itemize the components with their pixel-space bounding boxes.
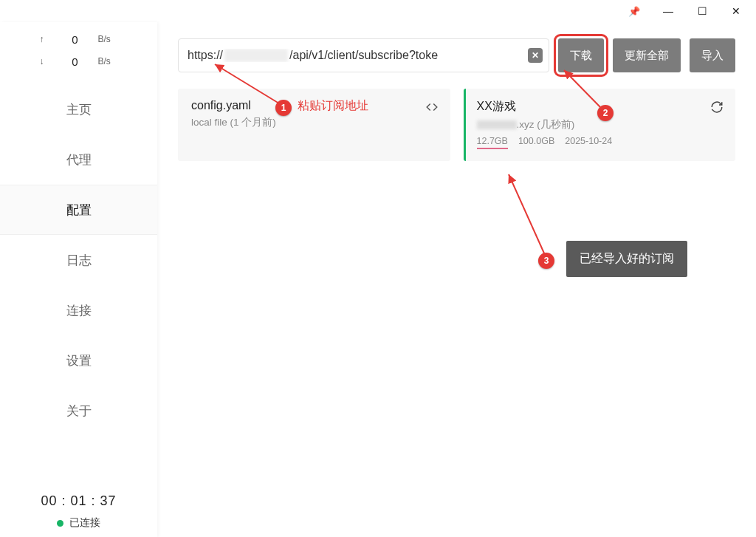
download-speed-value: 0 [57,55,94,68]
speed-panel: ↑ 0 B/s ↓ 0 B/s [0,22,157,75]
pin-icon[interactable]: 📌 [617,0,651,22]
upload-speed-unit: B/s [94,34,131,44]
close-button[interactable]: ✕ [719,0,753,22]
window-titlebar: 📌 — ☐ ✕ [0,0,756,22]
clear-input-icon[interactable]: ✕ [528,48,543,63]
card-subtitle: .xyz (几秒前) [477,118,723,131]
expire-date: 2025-10-24 [565,136,612,149]
card-subtitle: local file (1 个月前) [191,116,437,129]
card-stats: 12.7GB 100.0GB 2025-10-24 [477,136,723,149]
download-speed-unit: B/s [94,56,131,66]
annotation-badge-2: 2 [597,105,614,121]
url-suffix: /api/v1/client/subscribe?toke [289,49,438,61]
sidebar: ↑ 0 B/s ↓ 0 B/s 主页 代理 配置 日志 连接 设置 关于 [0,22,157,537]
annotation-badge-1: 1 [275,100,292,116]
used-traffic: 12.7GB [477,136,508,149]
annotation-arrow-3 [504,170,556,259]
main-panel: https:///api/v1/client/subscribe?toke ✕ … [157,22,756,537]
total-traffic: 100.0GB [518,136,554,149]
nav-home[interactable]: 主页 [0,84,157,134]
code-icon[interactable] [425,100,439,117]
url-masked-host [224,49,288,62]
nav-connections[interactable]: 连接 [0,285,157,335]
nav-list: 主页 代理 配置 日志 连接 设置 关于 [0,84,157,436]
nav-config[interactable]: 配置 [0,185,157,235]
profile-card-remote[interactable]: XX游戏 .xyz (几秒前) 12.7GB 100.0GB 2025-10-2… [464,89,736,161]
upload-arrow-icon: ↑ [27,34,57,44]
maximize-button[interactable]: ☐ [685,0,719,22]
minimize-button[interactable]: — [651,0,685,22]
nav-logs[interactable]: 日志 [0,235,157,285]
svg-line-2 [509,174,545,255]
upload-speed-value: 0 [57,33,94,46]
nav-settings[interactable]: 设置 [0,335,157,386]
download-button[interactable]: 下载 [558,38,604,72]
status-dot-icon [57,520,63,527]
masked-host [477,120,517,129]
annotation-text-1: 粘贴订阅地址 [298,98,368,114]
update-all-button[interactable]: 更新全部 [613,38,681,72]
status-text: 已连接 [69,516,100,530]
url-prefix: https:// [188,49,223,61]
nav-proxy[interactable]: 代理 [0,134,157,185]
uptime-timer: 00 : 01 : 37 [41,493,116,509]
import-button[interactable]: 导入 [690,38,735,72]
download-arrow-icon: ↓ [27,56,57,66]
nav-about[interactable]: 关于 [0,386,157,436]
subscribe-url-input[interactable]: https:///api/v1/client/subscribe?toke ✕ [178,38,549,72]
annotation-tooltip-3: 已经导入好的订阅 [566,241,687,277]
connection-status: 已连接 [57,516,100,530]
refresh-icon[interactable] [710,100,724,117]
annotation-badge-3: 3 [538,253,554,269]
